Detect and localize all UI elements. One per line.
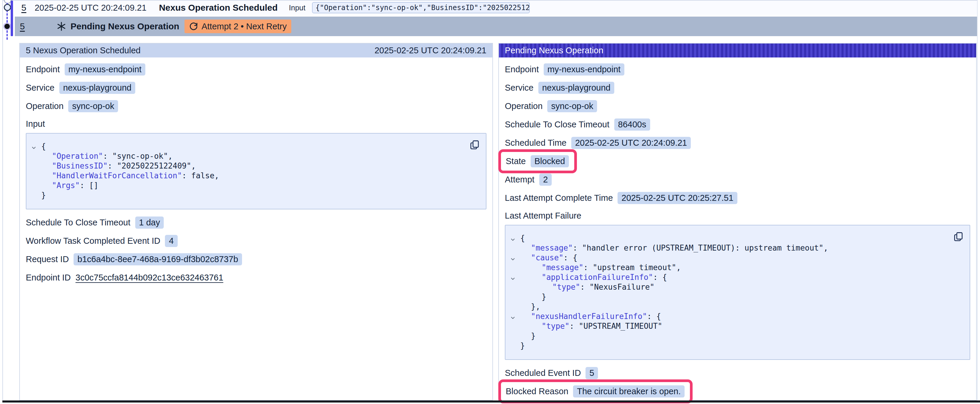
field-label: Endpoint [26, 65, 60, 74]
highlight-annotation: Blocked ReasonThe circuit breaker is ope… [498, 379, 693, 403]
code-line: "HandlerWaitForCancellation": false, [30, 171, 465, 181]
field-value-badge: 2 [539, 174, 552, 186]
highlight-annotation: StateBlocked [498, 149, 577, 173]
collapse-chevron-icon[interactable] [509, 255, 516, 261]
retry-badge-label: Attempt 2 • Next Retry [201, 22, 286, 32]
code-line: }, [509, 302, 949, 312]
code-line: } [509, 331, 949, 341]
event-timestamp: 2025-02-25 UTC 20:24:09.21 [35, 3, 146, 13]
code-line: "nexusHandlerFailureInfo": { [509, 312, 949, 322]
code-line: } [509, 292, 949, 302]
last-attempt-failure-label: Last Attempt Failure [505, 211, 970, 221]
event-detail-header: 5 Nexus Operation Scheduled 2025-02-25 U… [20, 44, 492, 57]
event-history-row-scheduled[interactable]: 5 2025-02-25 UTC 20:24:09.21 Nexus Opera… [15, 1, 977, 15]
field-scheduled-time: Scheduled Time2025-02-25 UTC 20:24:09.21 [505, 137, 970, 149]
failure-json-viewer: {"message": "handler error (UPSTREAM_TIM… [505, 225, 970, 360]
code-line: "BusinessID": "20250225122409", [30, 161, 465, 171]
field-operation: Operationsync-op-ok [505, 100, 970, 112]
code-line: "Operation": "sync-op-ok", [30, 151, 465, 161]
code-line: "applicationFailureInfo": { [509, 273, 949, 282]
field-value-badge: Blocked [531, 155, 569, 167]
copy-icon[interactable] [953, 231, 964, 242]
code-line: } [30, 190, 465, 200]
field-endpoint: Endpointmy-nexus-endpoint [26, 63, 487, 75]
field-value-badge: sync-op-ok [547, 100, 597, 112]
field-value-badge: 5 [585, 367, 598, 379]
event-detail-header-title: 5 Nexus Operation Scheduled [26, 46, 141, 55]
field-label: Scheduled Time [505, 138, 566, 148]
field-endpoint-id: Endpoint ID3c0c75ccfa8144b092c13ce632463… [26, 272, 487, 284]
copy-icon[interactable] [469, 139, 480, 150]
pending-operation-title: Pending Nexus Operation [71, 21, 180, 32]
field-label: Last Attempt Complete Time [505, 193, 613, 203]
nexus-asterisk-icon [56, 21, 67, 32]
collapse-chevron-icon[interactable] [509, 314, 516, 320]
field-value-badge: nexus-playground [59, 82, 135, 94]
input-section-label: Input [26, 119, 487, 129]
pending-event-id-link[interactable]: 5 [20, 21, 25, 32]
field-label: State [506, 156, 526, 166]
field-workflow-task-completed-event-id: Workflow Task Completed Event ID4 [26, 235, 487, 247]
collapse-chevron-icon[interactable] [509, 274, 516, 281]
field-label: Schedule To Close Timeout [505, 120, 609, 130]
code-line: "message": "upstream timeout", [509, 263, 949, 273]
pending-operation-header-title: Pending Nexus Operation [505, 46, 603, 55]
field-value-badge: my-nexus-endpoint [544, 63, 625, 76]
field-label: Service [505, 83, 534, 93]
field-label: Attempt [505, 175, 535, 185]
field-label: Workflow Task Completed Event ID [26, 236, 160, 246]
field-value-badge: 2025-02-25 UTC 20:25:27.51 [617, 192, 737, 204]
field-value-badge: 4 [165, 235, 177, 247]
field-label: Endpoint [505, 65, 539, 74]
event-id-link[interactable]: 5 [21, 3, 26, 13]
code-line: "message": "handler error (UPSTREAM_TIME… [509, 243, 949, 253]
timeline-filled-circle-icon [5, 24, 10, 29]
field-last-attempt-complete-time: Last Attempt Complete Time2025-02-25 UTC… [505, 192, 970, 204]
input-json-viewer: {"Operation": "sync-op-ok","BusinessID":… [26, 133, 487, 209]
code-line: "cause": { [509, 253, 949, 263]
field-value-badge: sync-op-ok [68, 100, 118, 112]
field-label: Operation [505, 101, 542, 111]
field-value-badge: The circuit breaker is open. [573, 385, 684, 398]
event-detail-fields-bottom: Schedule To Close Timeout1 dayWorkflow T… [26, 217, 487, 284]
collapse-chevron-icon[interactable] [509, 236, 516, 242]
event-detail-header-timestamp: 2025-02-25 UTC 20:24:09.21 [375, 46, 487, 55]
code-line: } [509, 341, 949, 351]
field-schedule-to-close-timeout: Schedule To Close Timeout86400s [505, 119, 970, 130]
bottom-edge-bar [2, 401, 980, 402]
field-value-badge: 1 day [135, 217, 164, 229]
collapse-chevron-icon[interactable] [30, 144, 37, 150]
field-value-badge: b1c6a4bc-8ee7-468a-9169-df3b02c8737b [73, 253, 242, 265]
retry-icon [189, 22, 198, 31]
field-blocked-reason: Blocked ReasonThe circuit breaker is ope… [505, 385, 970, 397]
pending-operation-row[interactable]: 5 Pending Nexus Operation Attempt 2 • Ne… [15, 17, 977, 36]
code-line: "type": "NexusFailure" [509, 282, 949, 292]
pending-operation-panel: Pending Nexus Operation Endpointmy-nexus… [498, 43, 977, 401]
code-line: { [509, 233, 949, 243]
field-label: Request ID [26, 254, 69, 264]
retry-badge: Attempt 2 • Next Retry [185, 19, 291, 33]
event-detail-panel: 5 Nexus Operation Scheduled 2025-02-25 U… [19, 43, 493, 401]
field-schedule-to-close-timeout: Schedule To Close Timeout1 day [26, 217, 487, 228]
field-state: StateBlocked [505, 155, 970, 167]
event-detail-fields-top: Endpointmy-nexus-endpointServicenexus-pl… [26, 63, 487, 112]
pending-operation-fields-top: Endpointmy-nexus-endpointServicenexus-pl… [505, 63, 970, 204]
field-service: Servicenexus-playground [26, 82, 487, 93]
timeline-active-indicator [11, 1, 13, 36]
event-input-preview-badge: {"Operation":"sync-op-ok","BusinessID":"… [312, 2, 530, 13]
field-label: Blocked Reason [506, 387, 568, 396]
field-value-badge: my-nexus-endpoint [65, 63, 146, 76]
field-value-link[interactable]: 3c0c75ccfa8144b092c13ce632463761 [76, 273, 223, 282]
field-attempt: Attempt2 [505, 174, 970, 185]
field-label: Scheduled Event ID [505, 368, 581, 378]
event-input-label: Input [289, 3, 305, 12]
field-label: Endpoint ID [26, 273, 71, 282]
code-line: "type": "UPSTREAM_TIMEOUT" [509, 322, 949, 331]
field-value-badge: 86400s [614, 119, 650, 131]
field-request-id: Request IDb1c6a4bc-8ee7-468a-9169-df3b02… [26, 253, 487, 265]
field-value-badge: 2025-02-25 UTC 20:24:09.21 [571, 137, 691, 149]
field-label: Schedule To Close Timeout [26, 218, 130, 228]
field-operation: Operationsync-op-ok [26, 100, 487, 112]
code-line: "Args": [] [30, 181, 465, 190]
pending-operation-fields-bottom: Scheduled Event ID5Blocked ReasonThe cir… [505, 367, 970, 397]
